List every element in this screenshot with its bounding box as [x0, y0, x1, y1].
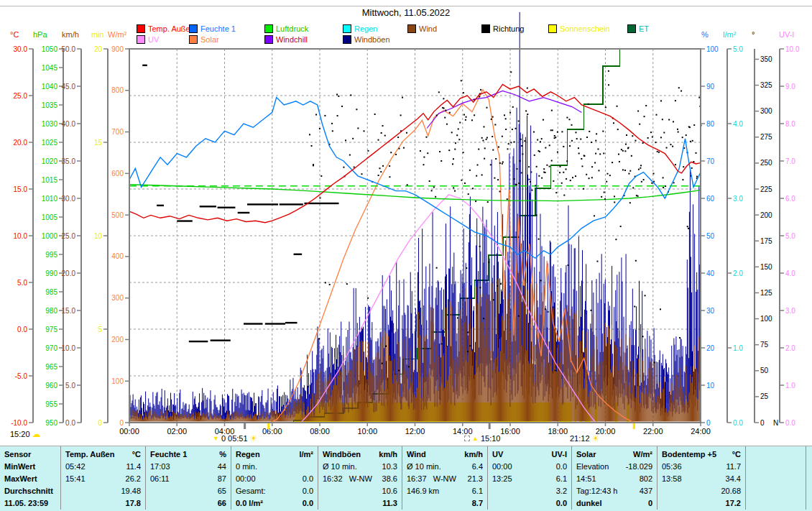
svg-text:W/m²: W/m²: [108, 30, 127, 39]
annotation-text: 21:12: [570, 434, 590, 443]
axis-W/m²: W/m²0100200300400500600700800900: [108, 30, 129, 427]
svg-text:40.0: 40.0: [62, 120, 76, 128]
svg-text:50.0: 50.0: [62, 45, 76, 53]
table-column-header: SolarW/m²: [572, 448, 657, 461]
svg-text:500: 500: [111, 211, 124, 219]
table-cell: 14:51802: [572, 473, 657, 485]
svg-text:45.0: 45.0: [62, 83, 76, 91]
table-column-header: UVUV-I: [488, 448, 571, 461]
svg-text:30.0: 30.0: [14, 45, 28, 53]
svg-text:975: 975: [45, 326, 57, 333]
svg-text:5.0: 5.0: [733, 45, 743, 53]
moonset-arrow-icon: ▼: [213, 436, 219, 442]
svg-text:1015: 1015: [42, 176, 58, 184]
table-cell: 13:5834.4: [658, 473, 745, 485]
axis-hPa: hPa9509559609659709759809859909951000100…: [33, 30, 63, 427]
svg-text:10: 10: [94, 232, 103, 240]
svg-text:15.0: 15.0: [62, 307, 76, 315]
svg-text:980: 980: [45, 307, 57, 315]
table-column-wind: Windkm/hØ 10 min.6.416:37 W-NW21.3146.9 …: [402, 446, 487, 510]
svg-text:10: 10: [706, 382, 715, 390]
moonrise-arrow-icon: ▲: [472, 436, 479, 442]
table-row-label: Sensor: [0, 448, 60, 461]
svg-text:0.0: 0.0: [733, 419, 743, 427]
svg-text:0: 0: [119, 419, 124, 427]
table-column-uv: UVUV-I00:000.013:256.13.20.0: [487, 446, 571, 510]
annotation-text: 05:51: [228, 434, 248, 443]
svg-text:3.0: 3.0: [733, 195, 743, 203]
table-column-temp-au-en: Temp. Außen°C05:4211.415:4126.219.4817.8: [60, 446, 145, 510]
table-row-label: 11.05. 23:59: [0, 497, 60, 510]
svg-text:l/m²: l/m²: [723, 30, 737, 39]
svg-text:15: 15: [94, 139, 103, 147]
axis-UV-I: UV-I0.01.02.03.04.05.06.07.08.09.010.0: [779, 30, 800, 427]
table-cell: 0 min.: [231, 461, 318, 473]
table-cell: Tag:12:43 h437: [572, 485, 657, 497]
svg-text:18:00: 18:00: [548, 427, 568, 436]
svg-text:12:00: 12:00: [405, 427, 425, 436]
svg-text:0: 0: [98, 419, 102, 427]
axis-°C: °C-10.0-5.00.05.010.015.020.025.030.0: [10, 30, 33, 427]
table-column-header: Regenl/m²: [231, 448, 318, 461]
table-cell: Ø 10 min.6.4: [402, 461, 487, 473]
svg-text:20.0: 20.0: [62, 270, 76, 277]
svg-text:275: 275: [760, 133, 772, 141]
table-row-label: Durchschnitt: [0, 485, 60, 497]
table-column-header: Feuchte 1%: [146, 448, 231, 461]
table-cell: 16:37 W-NW21.3: [402, 473, 487, 485]
svg-text:4.0: 4.0: [733, 120, 743, 128]
svg-text:300: 300: [760, 107, 772, 115]
table-column-header: Windböenkm/h: [318, 448, 402, 461]
table-cell: 11.3: [318, 497, 402, 510]
sunrise-sun-icon: ☀: [250, 435, 258, 442]
svg-text:1.0: 1.0: [733, 344, 743, 352]
table-cell: Elevation-18.029: [572, 461, 657, 473]
svg-text:°: °: [752, 30, 755, 39]
svg-text:hPa: hPa: [33, 30, 47, 39]
svg-text:6.0: 6.0: [785, 195, 795, 203]
svg-text:20: 20: [706, 344, 715, 352]
table-row-label: MaxWert: [0, 473, 60, 485]
svg-text:955: 955: [45, 400, 57, 408]
table-cell: 17.8: [61, 497, 145, 510]
svg-text:20.0: 20.0: [14, 139, 28, 147]
svg-text:50: 50: [706, 232, 715, 240]
table-column-bodentemp-5: Bodentemp +5°C05:3611.713:5834.420.6817.…: [657, 446, 745, 510]
annotation-text: 15:20: [10, 430, 30, 438]
x-axis-labels: 00:0002:0004:0006:0008:0010:0012:0014:00…: [119, 423, 711, 436]
moonrise-box-icon: [464, 436, 470, 441]
svg-text:965: 965: [45, 363, 57, 371]
svg-text:5.0: 5.0: [17, 279, 27, 287]
svg-text:8.0: 8.0: [785, 120, 795, 128]
table-column-header: Windkm/h: [402, 448, 487, 461]
svg-text:30.0: 30.0: [62, 195, 76, 203]
sunset-square-icon: ☀: [592, 435, 600, 442]
svg-text:-5.0: -5.0: [15, 372, 28, 380]
annotation-moonrise: ▲15:10: [464, 434, 500, 443]
svg-text:UV-I: UV-I: [779, 30, 794, 39]
svg-text:0.0: 0.0: [785, 419, 795, 427]
table-cell: 146.9 km6.1: [402, 485, 487, 497]
axis-l/m²: l/m²0.01.02.03.04.05.0: [723, 30, 743, 427]
svg-text:5.0: 5.0: [785, 232, 795, 240]
svg-text:00:00: 00:00: [119, 427, 139, 436]
svg-text:1005: 1005: [42, 213, 58, 221]
svg-text:%: %: [701, 30, 709, 39]
svg-text:0.0: 0.0: [17, 326, 27, 333]
axis-km/h: km/h0.05.010.015.020.025.030.035.040.045…: [62, 30, 81, 427]
svg-text:4.0: 4.0: [785, 270, 795, 277]
svg-text:08:00: 08:00: [310, 427, 330, 436]
svg-text:0: 0: [760, 419, 765, 427]
svg-text:5: 5: [98, 326, 102, 333]
svg-text:25: 25: [760, 392, 769, 400]
svg-text:20: 20: [94, 45, 103, 53]
svg-text:10.0: 10.0: [785, 45, 800, 53]
table-cell: 17:0344: [146, 461, 231, 473]
svg-text:1030: 1030: [42, 120, 58, 128]
svg-text:km/h: km/h: [62, 30, 79, 39]
svg-text:250: 250: [760, 159, 772, 167]
table-column-regen: Regenl/m²0 min.00:000.0Gesamt:0.00.0 l/m…: [231, 446, 318, 510]
svg-text:-10.0: -10.0: [11, 419, 27, 427]
svg-text:1000: 1000: [42, 232, 58, 240]
table-cell: 66: [146, 497, 231, 510]
